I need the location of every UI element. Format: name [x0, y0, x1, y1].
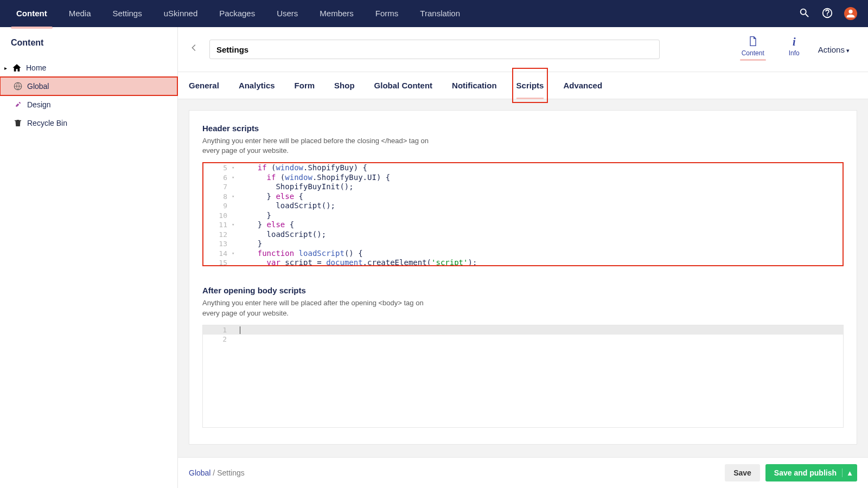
nav-tab-content[interactable]: Content [5, 0, 58, 27]
globe-icon [13, 81, 23, 91]
tab-analytics[interactable]: Analytics [239, 72, 275, 99]
caret-icon[interactable]: ▸ [4, 65, 11, 71]
tree-item-recycle-bin[interactable]: Recycle Bin [0, 114, 177, 132]
mode-tab-content[interactable]: Content [737, 35, 769, 64]
tab-notification[interactable]: Notification [452, 72, 497, 99]
tree-label: Home [26, 63, 46, 72]
user-avatar[interactable] [844, 7, 857, 20]
mode-tab-info[interactable]: i Info [786, 35, 803, 60]
scripts-panel: Header scripts Anything you enter here w… [189, 110, 857, 445]
body-scripts-help: Anything you enter here will be placed a… [202, 298, 441, 318]
back-button[interactable] [189, 43, 202, 56]
help-icon[interactable] [821, 7, 833, 21]
topnav-tabs: Content Media Settings uSkinned Packages… [5, 0, 799, 27]
tab-form[interactable]: Form [295, 72, 315, 99]
sidebar: Content ▸ Home Global Design Recycle Bin [0, 27, 178, 488]
nav-tab-translation[interactable]: Translation [409, 0, 471, 27]
tab-advanced[interactable]: Advanced [563, 72, 602, 99]
top-nav: Content Media Settings uSkinned Packages… [0, 0, 868, 27]
header-scripts-label: Header scripts [202, 124, 844, 133]
node-title-input[interactable] [209, 40, 660, 59]
nav-tab-packages[interactable]: Packages [208, 0, 266, 27]
home-icon [12, 63, 22, 73]
body-scripts-label: After opening body scripts [202, 286, 844, 295]
header-scripts-editor[interactable]: 5▾ if (window.ShopifyBuy) { 6▾ if (windo… [202, 162, 844, 266]
nav-tab-users[interactable]: Users [266, 0, 309, 27]
tree-label: Design [27, 100, 51, 109]
header-scripts-help: Anything you enter here will be placed b… [202, 136, 441, 156]
search-icon[interactable] [799, 7, 810, 21]
breadcrumb: Global / Settings [189, 468, 245, 477]
save-and-publish-button[interactable]: Save and publish▴ [765, 464, 857, 481]
paint-icon [13, 100, 23, 110]
breadcrumb-global[interactable]: Global [189, 468, 210, 477]
tab-global-content[interactable]: Global Content [374, 72, 433, 99]
content-tabs: General Analytics Form Shop Global Conte… [178, 72, 868, 99]
breadcrumb-current: Settings [217, 468, 245, 477]
document-icon [748, 36, 758, 48]
footer: Global / Settings Save Save and publish▴ [178, 457, 868, 488]
info-icon: i [793, 36, 796, 48]
tab-scripts[interactable]: Scripts [516, 72, 544, 99]
chevron-up-icon[interactable]: ▴ [842, 468, 852, 477]
tree-item-home[interactable]: ▸ Home [0, 59, 177, 77]
nav-tab-media[interactable]: Media [58, 0, 102, 27]
trash-icon [13, 118, 23, 128]
tree-item-design[interactable]: Design [0, 95, 177, 114]
tree-label: Recycle Bin [27, 119, 67, 127]
tree-label: Global [27, 82, 49, 91]
nav-tab-uskinned[interactable]: uSkinned [153, 0, 209, 27]
nav-tab-settings[interactable]: Settings [102, 0, 153, 27]
tree-item-global[interactable]: Global [0, 77, 177, 95]
tab-general[interactable]: General [189, 72, 219, 99]
sidebar-heading: Content [0, 38, 177, 59]
toolbar: Content i Info Actions [178, 27, 868, 72]
nav-tab-forms[interactable]: Forms [365, 0, 410, 27]
save-button[interactable]: Save [725, 464, 760, 481]
nav-tab-members[interactable]: Members [309, 0, 365, 27]
tab-shop[interactable]: Shop [334, 72, 355, 99]
actions-menu-button[interactable]: Actions [810, 41, 857, 59]
body-scripts-editor[interactable]: 1 2 [202, 325, 844, 428]
